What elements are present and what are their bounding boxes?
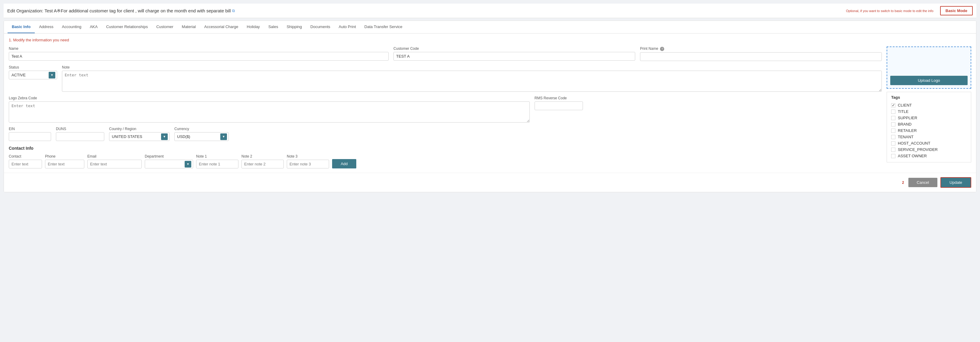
currency-select[interactable]: USD($)	[174, 132, 229, 141]
tag-retailer-checkbox[interactable]	[891, 128, 896, 133]
tag-retailer-label: RETAILER	[898, 128, 917, 133]
basic-mode-button[interactable]: Basic Mode	[940, 6, 973, 16]
note2-input[interactable]	[242, 160, 284, 168]
page-title: Edit Organization: Test A	[7, 8, 57, 13]
tag-retailer[interactable]: RETAILER	[891, 127, 967, 134]
status-select[interactable]: ACTIVE INACTIVE	[9, 71, 57, 79]
tab-accessorial-charge[interactable]: Accessorial Charge	[200, 21, 243, 33]
contact-form-row: Contact Phone Email	[9, 154, 882, 168]
tag-asset-owner-checkbox[interactable]	[891, 154, 896, 158]
tag-host-account-checkbox[interactable]	[891, 141, 896, 146]
tab-aka[interactable]: AKA	[86, 21, 102, 33]
update-button[interactable]: Update	[940, 177, 971, 188]
note-textarea[interactable]	[62, 71, 882, 92]
tag-brand-label: BRAND	[898, 122, 912, 127]
ein-input[interactable]	[9, 132, 51, 141]
tag-asset-owner-label: ASSET OWNER	[898, 154, 927, 158]
logo-upload-box: Upload Logo	[887, 46, 971, 89]
logo-zebra-input[interactable]	[9, 101, 530, 123]
tag-title-label: TITLE	[898, 109, 908, 114]
note-label: Note	[62, 65, 882, 70]
tab-sales[interactable]: Sales	[264, 21, 283, 33]
phone-label: Phone	[45, 154, 84, 158]
print-name-input[interactable]	[640, 52, 882, 61]
rms-reverse-label: RMS Reverse Code	[535, 96, 882, 100]
rms-reverse-input[interactable]	[535, 101, 583, 110]
tag-client[interactable]: ✓ CLIENT	[891, 102, 967, 108]
tab-documents[interactable]: Documents	[306, 21, 334, 33]
name-input[interactable]	[9, 52, 389, 61]
logo-tags-area: Upload Logo Tags ✓ CLIENT TITLE	[887, 46, 971, 168]
row-logo-rms: Logo Zebra Code RMS Reverse Code	[9, 96, 882, 123]
print-name-info-icon[interactable]: ?	[660, 47, 664, 51]
tab-material[interactable]: Material	[178, 21, 200, 33]
note1-input[interactable]	[196, 160, 239, 168]
tag-client-label: CLIENT	[898, 103, 912, 108]
currency-label: Currency	[174, 127, 229, 131]
status-label: Status	[9, 65, 57, 70]
section-hint: 1. Modify the information you need	[9, 38, 971, 42]
upload-logo-button[interactable]: Upload Logo	[890, 76, 967, 85]
email-label: Email	[88, 154, 142, 158]
header-notice: ※For additional customer tag for client …	[57, 8, 231, 14]
contact-info-title: Contact Info	[9, 146, 882, 150]
tag-tenant[interactable]: TENANT	[891, 134, 967, 140]
contact-input[interactable]	[9, 160, 42, 168]
tag-service-provider-checkbox[interactable]	[891, 147, 896, 152]
email-input[interactable]	[88, 160, 142, 168]
tab-customer-relationships[interactable]: Customer Relationships	[102, 21, 152, 33]
header-bar: Edit Organization: Test A ※For additiona…	[4, 4, 976, 18]
logo-zebra-label: Logo Zebra Code	[9, 96, 530, 100]
tab-accounting[interactable]: Accounting	[58, 21, 86, 33]
customer-code-label: Customer Code	[393, 46, 635, 51]
department-label: Department	[145, 154, 193, 158]
note3-label: Note 3	[287, 154, 329, 158]
phone-input[interactable]	[45, 160, 84, 168]
note3-input[interactable]	[287, 160, 329, 168]
tag-tenant-label: TENANT	[898, 135, 913, 139]
basic-mode-hint: Optional, if you want to switch to basic…	[846, 9, 934, 13]
tag-title-checkbox[interactable]	[891, 109, 896, 114]
tab-holiday[interactable]: Holiday	[243, 21, 264, 33]
tag-tenant-checkbox[interactable]	[891, 135, 896, 139]
tag-asset-owner[interactable]: ASSET OWNER	[891, 153, 967, 159]
add-contact-button[interactable]: Add	[332, 159, 356, 168]
customer-code-input[interactable]	[393, 52, 635, 61]
print-name-label: Print Name ?	[640, 46, 882, 51]
row-status-note: Status ACTIVE INACTIVE ▼ Note	[9, 65, 882, 92]
cancel-button[interactable]: Cancel	[908, 178, 937, 187]
tab-address[interactable]: Address	[35, 21, 58, 33]
tags-section: Tags ✓ CLIENT TITLE SUPPLIER	[887, 92, 971, 162]
ein-label: EIN	[9, 127, 51, 131]
tag-client-checkbox[interactable]: ✓	[891, 103, 896, 108]
tab-data-transfer[interactable]: Data Transfer Service	[360, 21, 407, 33]
tag-brand-checkbox[interactable]	[891, 122, 896, 127]
tag-host-account[interactable]: HOST_ACCOUNT	[891, 140, 967, 146]
tab-basic-info[interactable]: Basic Info	[8, 21, 35, 33]
tab-customer[interactable]: Customer	[152, 21, 177, 33]
step-number: 2	[902, 180, 904, 185]
contact-info-section: Contact Info Contact Phone Ema	[9, 146, 882, 168]
contact-label: Contact	[9, 154, 42, 158]
tag-title[interactable]: TITLE	[891, 108, 967, 115]
duns-input[interactable]	[56, 132, 104, 141]
row-ein-duns-country-currency: EIN DUNS Country / Region UNITED STATES	[9, 127, 882, 141]
footer-actions: 2 Cancel Update	[4, 173, 976, 192]
country-label: Country / Region	[109, 127, 170, 131]
department-select[interactable]	[145, 160, 193, 168]
tab-auto-print[interactable]: Auto Print	[334, 21, 360, 33]
tag-service-provider[interactable]: SERVICE_PROVIDER	[891, 146, 967, 153]
copy-icon[interactable]: ⧉	[232, 8, 235, 13]
row-name-code-print: Name Customer Code Print Name ?	[9, 46, 882, 61]
tag-host-account-label: HOST_ACCOUNT	[898, 141, 931, 146]
name-label: Name	[9, 46, 389, 51]
country-select[interactable]: UNITED STATES	[109, 132, 170, 141]
tag-supplier-label: SUPPLIER	[898, 116, 917, 120]
note1-label: Note 1	[196, 154, 239, 158]
tag-supplier[interactable]: SUPPLIER	[891, 115, 967, 121]
tag-brand[interactable]: BRAND	[891, 121, 967, 127]
tag-supplier-checkbox[interactable]	[891, 116, 896, 120]
tab-shipping[interactable]: Shipping	[282, 21, 306, 33]
duns-label: DUNS	[56, 127, 104, 131]
note2-label: Note 2	[242, 154, 284, 158]
